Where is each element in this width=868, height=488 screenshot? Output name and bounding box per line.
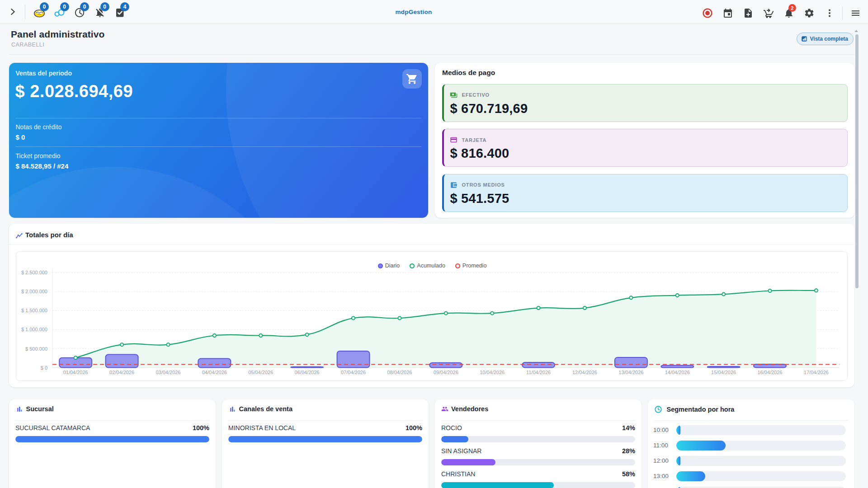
topbar-button-clock[interactable]: 0	[74, 7, 85, 18]
bar-chart-icon	[17, 407, 22, 412]
legend-marker	[410, 263, 415, 268]
notifications-button[interactable]: 2	[783, 8, 794, 19]
progress-fill	[441, 482, 554, 488]
calendar-button[interactable]	[722, 8, 733, 19]
sales-period-card: Ventas del periodo $ 2.028.694,69 Notas …	[9, 63, 428, 218]
page-subtitle: CARABELLI	[11, 42, 44, 48]
svg-text:13/04/2026: 13/04/2026	[618, 370, 643, 375]
hour-track	[676, 471, 846, 481]
legend-item-promedio[interactable]: Promedio	[455, 263, 487, 269]
vendedores-header: Vendedores	[441, 405, 488, 413]
wallet-icon	[450, 181, 458, 189]
credit-notes-label: Notas de crédito	[16, 123, 62, 131]
row-percent: 100%	[193, 424, 209, 432]
full-view-label: Vista completa	[810, 36, 848, 42]
svg-text:08/04/2026: 08/04/2026	[387, 370, 412, 375]
daily-totals-chart: $ 0$ 500.000$ 1.000.000$ 1.500.000$ 2.00…	[16, 252, 847, 380]
more-options-button[interactable]	[824, 8, 835, 19]
people-icon	[441, 405, 448, 413]
cart-checkout-button[interactable]	[763, 8, 774, 19]
daily-totals-header: Totales por día	[16, 231, 73, 239]
settings-button[interactable]	[804, 8, 815, 19]
vendedores-title: Vendedores	[451, 405, 488, 413]
hour-label: 10:00	[653, 427, 673, 433]
payment-method-header: EFECTIVO	[450, 91, 490, 99]
count-badge: 0	[40, 2, 49, 11]
daily-totals-card: Totales por día DiarioAcumuladoPromedio …	[9, 224, 854, 387]
segmentado-title: Segmentado por hora	[667, 406, 735, 413]
svg-text:$ 2.500.000: $ 2.500.000	[21, 270, 47, 275]
progress-track	[228, 436, 422, 442]
calendar-icon	[722, 8, 733, 19]
card-divider	[441, 420, 635, 421]
topbar-right-icons: 2	[702, 7, 861, 20]
svg-text:$ 0: $ 0	[41, 365, 47, 371]
bar-chart-icon	[230, 407, 235, 412]
scrollbar-thumb[interactable]	[855, 34, 859, 288]
payment-method-label: EFECTIVO	[462, 92, 490, 98]
svg-text:$ 1.000.000: $ 1.000.000	[21, 327, 47, 332]
canales-card: Canales de ventaMINORISTA EN LOCAL100%	[222, 399, 429, 488]
row-label: SUCURSAL CATAMARCA	[15, 424, 90, 432]
hour-label: 13:00	[653, 473, 673, 479]
hour-track	[676, 425, 846, 435]
payment-method-header: TARJETA	[450, 136, 487, 144]
legend-item-acumulado[interactable]: Acumulado	[410, 263, 445, 269]
full-view-button[interactable]: Vista completa	[797, 33, 854, 45]
hour-track	[676, 441, 846, 450]
svg-text:03/04/2026: 03/04/2026	[156, 370, 180, 375]
progress-track	[15, 436, 209, 442]
topbar-left-divider	[25, 5, 25, 19]
progress-fill	[441, 436, 468, 442]
hamburger-icon	[851, 8, 860, 19]
canales-title: Canales de venta	[239, 405, 292, 413]
row-label: MINORISTA EN LOCAL	[228, 424, 296, 432]
segmentado-card: Segmentado por hora10:0011:0012:0013:001…	[648, 399, 854, 488]
hour-label: 12:00	[653, 457, 673, 464]
hour-label: 11:00	[653, 442, 673, 449]
payment-method-label: OTROS MEDIOS	[462, 182, 505, 188]
progress-track	[441, 459, 635, 465]
topbar-button-linked-circles[interactable]: 0	[54, 7, 65, 18]
new-document-button[interactable]	[743, 8, 754, 19]
shopping-cart-icon	[406, 73, 418, 85]
page-title: Panel administrativo	[11, 29, 104, 40]
svg-text:15/04/2026: 15/04/2026	[711, 370, 736, 375]
report-icon	[802, 36, 807, 42]
svg-text:16/04/2026: 16/04/2026	[757, 370, 782, 375]
topbar-button-mercadopago[interactable]: 0	[34, 7, 45, 18]
scrollbar-up-arrow[interactable]	[854, 30, 858, 32]
card-divider	[15, 420, 209, 421]
row-percent: 100%	[406, 424, 422, 432]
note-add-icon	[743, 8, 754, 19]
payment-method-value: $ 541.575	[450, 191, 509, 206]
legend-label: Acumulado	[417, 263, 445, 269]
svg-text:07/04/2026: 07/04/2026	[341, 370, 366, 375]
sidebar-expand-button[interactable]	[7, 6, 18, 17]
topbar-right-divider	[842, 7, 843, 20]
kebab-icon	[824, 8, 835, 19]
row-percent: 14%	[622, 424, 635, 432]
svg-text:17/04/2026: 17/04/2026	[804, 370, 829, 375]
svg-text:12/04/2026: 12/04/2026	[572, 370, 597, 375]
svg-text:$ 500.000: $ 500.000	[25, 346, 47, 352]
row-label: ROCIO	[441, 424, 462, 432]
menu-button[interactable]	[850, 8, 861, 19]
progress-track	[441, 482, 635, 488]
sales-card-divider	[15, 146, 421, 147]
topbar-button-notifications-off[interactable]: 0	[94, 7, 105, 18]
legend-item-diario[interactable]: Diario	[378, 263, 400, 269]
svg-text:$ 1.500.000: $ 1.500.000	[21, 308, 47, 313]
sucursal-card: SucursalSUCURSAL CATAMARCA100%	[9, 399, 216, 488]
cart-button[interactable]	[402, 69, 422, 89]
record-button[interactable]	[702, 8, 713, 19]
svg-text:05/04/2026: 05/04/2026	[248, 370, 273, 375]
row-label: CHRISTIAN	[441, 470, 475, 478]
hour-fill	[676, 425, 680, 435]
chart-container: DiarioAcumuladoPromedio $ 0$ 500.000$ 1.…	[16, 251, 848, 381]
topbar-button-task-check[interactable]: 4	[114, 7, 125, 18]
payment-methods-card: Medios de pago EFECTIVO$ 670.719,69 TARJ…	[435, 63, 854, 218]
sales-card-divider	[15, 118, 421, 118]
count-badge: 0	[60, 2, 69, 11]
svg-text:09/04/2026: 09/04/2026	[434, 370, 458, 375]
